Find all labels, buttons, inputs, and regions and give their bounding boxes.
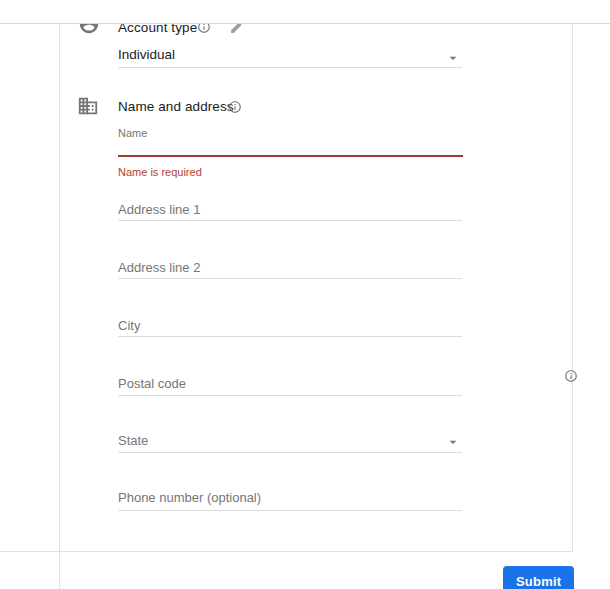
submit-button[interactable]: Submit: [503, 566, 574, 589]
name-field-label: Name: [118, 127, 147, 140]
account-type-underline: [118, 67, 462, 68]
address-line-2-label: Address line 2: [118, 260, 200, 276]
name-address-title: Name and address: [118, 99, 234, 114]
info-icon[interactable]: [564, 369, 578, 383]
city-label: City: [118, 318, 140, 334]
card-right-border: [572, 23, 573, 552]
state-underline: [118, 452, 462, 453]
state-label: State: [118, 433, 148, 449]
arrow-drop-down-icon: [445, 434, 461, 450]
name-field[interactable]: Name Name is required: [118, 127, 463, 179]
footer-divider: [0, 551, 573, 552]
info-icon[interactable]: [228, 100, 242, 114]
top-section-divider: [0, 23, 610, 24]
address-line-2-underline: [118, 278, 462, 279]
address-line-1-field[interactable]: Address line 1: [118, 202, 462, 239]
top-mask: [0, 0, 610, 23]
arrow-drop-down-icon: [445, 50, 461, 66]
address-line-1-underline: [118, 220, 462, 221]
phone-number-field[interactable]: Phone number (optional): [118, 490, 462, 527]
state-select[interactable]: State: [118, 433, 462, 470]
name-field-error-message: Name is required: [118, 166, 202, 179]
card-left-border: [59, 23, 60, 589]
postal-code-field[interactable]: Postal code: [118, 376, 462, 413]
account-type-select[interactable]: Individual: [118, 46, 462, 67]
business-icon: [77, 95, 99, 117]
city-field[interactable]: City: [118, 318, 462, 355]
billing-form-page: Account type Individual Name and address…: [0, 0, 610, 589]
postal-code-underline: [118, 395, 462, 396]
postal-code-label: Postal code: [118, 376, 186, 392]
city-underline: [118, 336, 462, 337]
account-type-value: Individual: [118, 47, 175, 63]
address-line-1-label: Address line 1: [118, 202, 200, 218]
address-line-2-field[interactable]: Address line 2: [118, 260, 462, 297]
phone-number-label: Phone number (optional): [118, 490, 261, 506]
phone-number-underline: [118, 510, 462, 511]
name-field-error-underline: [118, 155, 463, 157]
